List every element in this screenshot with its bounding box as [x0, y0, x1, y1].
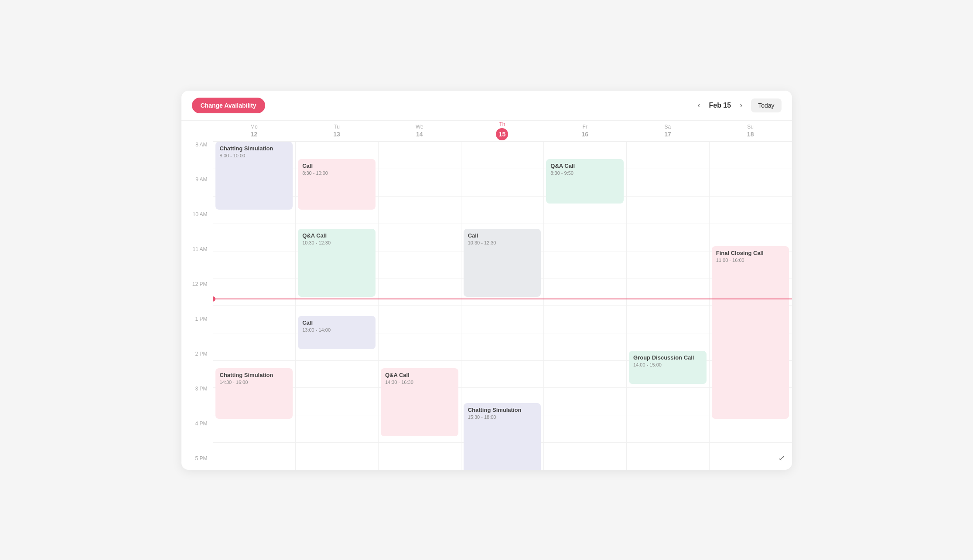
hour-cell [543, 333, 626, 360]
day-header-sa17: Sa17 [626, 121, 709, 141]
event-block[interactable]: Q&A Call14:30 - 16:30 [381, 368, 458, 436]
day-header-su18: Su18 [709, 121, 792, 141]
grid-scroll: Chatting Simulation8:00 - 10:00Chatting … [213, 142, 792, 470]
day-abbr: Fr [583, 124, 587, 130]
time-label: 4 PM [181, 421, 213, 455]
hour-cell [626, 306, 709, 333]
hour-cell [626, 251, 709, 278]
event-time: 8:30 - 10:00 [302, 170, 371, 176]
current-date: Feb 15 [709, 102, 731, 109]
time-label: 10 AM [181, 211, 213, 246]
day-header-fr16: Fr16 [543, 121, 626, 141]
event-time: 14:30 - 16:30 [385, 380, 454, 385]
time-label: 12 PM [181, 281, 213, 316]
event-time: 11:00 - 16:00 [716, 258, 785, 263]
hour-cell [295, 361, 378, 388]
event-title: Q&A Call [385, 372, 454, 379]
calendar-body: 8 AM9 AM10 AM11 AM12 PM1 PM2 PM3 PM4 PM5… [181, 121, 792, 470]
day-number: 13 [333, 131, 340, 138]
hour-cell [543, 278, 626, 305]
day-number: 14 [416, 131, 423, 138]
hour-cell [213, 415, 296, 442]
event-title: Chatting Simulation [220, 372, 289, 379]
hour-cell [461, 306, 544, 333]
day-number: 12 [251, 131, 258, 138]
hour-cell [378, 306, 461, 333]
event-title: Q&A Call [302, 232, 371, 240]
event-block[interactable]: Final Closing Call11:00 - 16:00 [712, 246, 789, 419]
hour-cell [709, 415, 792, 442]
hour-cell [461, 197, 544, 224]
change-availability-button[interactable]: Change Availability [192, 98, 265, 113]
hour-cell [213, 224, 296, 251]
hour-cell [709, 169, 792, 196]
hour-cell [378, 251, 461, 278]
days-header: Mo12Tu13We14Th15Fr16Sa17Su18 [213, 121, 792, 142]
current-time-line: 12:30 [213, 299, 792, 299]
prev-button[interactable]: ‹ [694, 99, 703, 112]
day-abbr: We [416, 124, 423, 130]
time-label: 11 AM [181, 246, 213, 281]
event-block[interactable]: Call8:30 - 10:00 [298, 159, 376, 210]
hour-cell [213, 306, 296, 333]
next-button[interactable]: › [736, 99, 746, 112]
event-title: Group Discussion Call [633, 354, 702, 362]
hour-cell [543, 415, 626, 442]
expand-icon[interactable]: ⤢ [778, 453, 785, 463]
hour-cell [461, 333, 544, 360]
hour-cell [461, 142, 544, 169]
day-header-tu13: Tu13 [295, 121, 378, 141]
hour-cell [543, 251, 626, 278]
day-abbr: Tu [334, 124, 340, 130]
calendar-header: Change Availability ‹ Feb 15 › Today [181, 91, 792, 121]
event-block[interactable]: Call13:00 - 14:00 [298, 316, 376, 349]
hour-cell [378, 169, 461, 196]
hour-cell [626, 278, 709, 305]
hour-cell [295, 388, 378, 415]
hour-cell [626, 142, 709, 169]
hour-cell [626, 197, 709, 224]
event-block[interactable]: Chatting Simulation15:30 - 18:00 [464, 403, 541, 470]
grid-area: Mo12Tu13We14Th15Fr16Sa17Su18 Chatting Si… [213, 121, 792, 470]
hour-cell [295, 443, 378, 470]
event-time: 10:30 - 12:30 [302, 240, 371, 245]
event-block[interactable]: Chatting Simulation8:00 - 10:00 [215, 142, 293, 210]
event-title: Final Closing Call [716, 250, 785, 257]
hour-cell [543, 388, 626, 415]
hour-cell [709, 142, 792, 169]
hour-cell [378, 443, 461, 470]
current-time-dot [213, 296, 215, 302]
day-abbr: Th [499, 121, 505, 127]
hour-cell [378, 197, 461, 224]
event-block[interactable]: Group Discussion Call14:00 - 15:00 [629, 351, 707, 384]
event-block[interactable]: Call10:30 - 12:30 [464, 229, 541, 297]
event-time: 10:30 - 12:30 [468, 240, 537, 245]
day-abbr: Sa [665, 124, 671, 130]
hour-cell [295, 415, 378, 442]
event-title: Chatting Simulation [220, 145, 289, 153]
hour-cell [626, 224, 709, 251]
event-title: Call [302, 319, 371, 327]
day-number: 16 [581, 131, 588, 138]
hour-cell [626, 415, 709, 442]
day-abbr: Su [747, 124, 754, 130]
hour-cell [461, 169, 544, 196]
event-block[interactable]: Q&A Call8:30 - 9:50 [546, 159, 624, 204]
event-block[interactable]: Chatting Simulation14:30 - 16:00 [215, 368, 293, 419]
day-number: 17 [664, 131, 671, 138]
hour-cell [626, 443, 709, 470]
event-time: 14:30 - 16:00 [220, 380, 289, 385]
event-block[interactable]: Q&A Call10:30 - 12:30 [298, 229, 376, 297]
hour-cell [543, 443, 626, 470]
hour-cell [378, 278, 461, 305]
hour-cell [213, 443, 296, 470]
today-button[interactable]: Today [751, 98, 781, 112]
event-time: 15:30 - 18:00 [468, 414, 537, 420]
time-label: 1 PM [181, 316, 213, 351]
day-number: 15 [496, 128, 508, 140]
time-label: 8 AM [181, 142, 213, 176]
hour-cell [213, 278, 296, 305]
event-time: 8:00 - 10:00 [220, 153, 289, 158]
time-label: 2 PM [181, 351, 213, 386]
day-header-we14: We14 [378, 121, 461, 141]
